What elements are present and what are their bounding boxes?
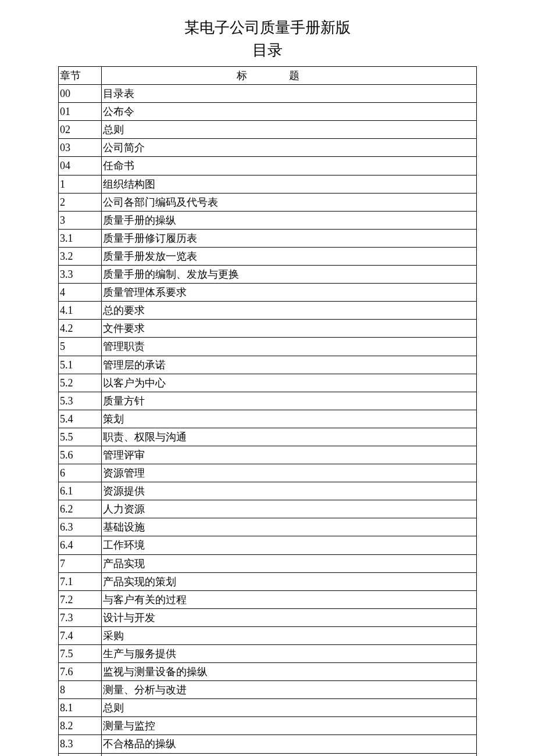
cell-chapter: 7.2 [59, 590, 102, 608]
cell-chapter: 7.3 [59, 608, 102, 626]
table-row: 2公司各部门编码及代号表 [59, 193, 477, 211]
cell-title: 公司简介 [102, 139, 477, 157]
cell-title: 测量与监控 [102, 717, 477, 735]
table-row: 5.2以客户为中心 [59, 374, 477, 392]
cell-title: 总则 [102, 121, 477, 139]
cell-title: 与客户有关的过程 [102, 590, 477, 608]
table-row: 4质量管理体系要求 [59, 284, 477, 302]
table-row: 8.4数据分析 [59, 753, 477, 756]
cell-chapter: 4.2 [59, 320, 102, 338]
cell-chapter: 8 [59, 681, 102, 699]
table-row: 7.2与客户有关的过程 [59, 590, 477, 608]
table-row: 5管理职责 [59, 338, 477, 356]
table-row: 5.3质量方针 [59, 392, 477, 410]
table-row: 8测量、分析与改进 [59, 681, 477, 699]
cell-chapter: 5.4 [59, 410, 102, 428]
table-row: 6.3基础设施 [59, 518, 477, 536]
cell-title: 公布令 [102, 103, 477, 121]
table-row: 6.2人力资源 [59, 500, 477, 518]
cell-chapter: 6 [59, 464, 102, 482]
table-row: 7产品实现 [59, 554, 477, 572]
cell-chapter: 02 [59, 121, 102, 139]
table-row: 1组织结构图 [59, 175, 477, 193]
cell-title: 总则 [102, 699, 477, 717]
cell-chapter: 6.2 [59, 500, 102, 518]
cell-chapter: 3.2 [59, 247, 102, 265]
table-row: 4.2文件要求 [59, 320, 477, 338]
table-header-row: 章节 标题 [59, 67, 477, 85]
cell-chapter: 5.2 [59, 374, 102, 392]
header-chapter: 章节 [59, 67, 102, 85]
table-row: 5.4策划 [59, 410, 477, 428]
cell-chapter: 3.3 [59, 266, 102, 284]
cell-chapter: 8.3 [59, 735, 102, 753]
cell-title: 资源提供 [102, 482, 477, 500]
cell-chapter: 1 [59, 175, 102, 193]
table-row: 6.4工作环境 [59, 536, 477, 554]
table-row: 5.1管理层的承诺 [59, 356, 477, 374]
cell-chapter: 00 [59, 85, 102, 103]
cell-chapter: 7.6 [59, 663, 102, 681]
cell-chapter: 4 [59, 284, 102, 302]
cell-chapter: 03 [59, 139, 102, 157]
cell-title: 测量、分析与改进 [102, 681, 477, 699]
cell-chapter: 6.4 [59, 536, 102, 554]
table-row: 8.3不合格品的操纵 [59, 735, 477, 753]
cell-chapter: 6.3 [59, 518, 102, 536]
table-row: 02总则 [59, 121, 477, 139]
cell-chapter: 7.5 [59, 645, 102, 663]
cell-chapter: 2 [59, 193, 102, 211]
cell-title: 产品实现的策划 [102, 572, 477, 590]
cell-title: 数据分析 [102, 753, 477, 756]
table-row: 6资源管理 [59, 464, 477, 482]
cell-title: 管理职责 [102, 338, 477, 356]
cell-chapter: 7 [59, 554, 102, 572]
cell-title: 管理层的承诺 [102, 356, 477, 374]
table-row: 5.6管理评审 [59, 446, 477, 464]
cell-title: 任命书 [102, 157, 477, 175]
cell-chapter: 3.1 [59, 229, 102, 247]
cell-chapter: 8.1 [59, 699, 102, 717]
table-row: 04任命书 [59, 157, 477, 175]
cell-title: 职责、权限与沟通 [102, 428, 477, 446]
cell-title: 目录表 [102, 85, 477, 103]
cell-title: 公司各部门编码及代号表 [102, 193, 477, 211]
cell-title: 组织结构图 [102, 175, 477, 193]
cell-chapter: 01 [59, 103, 102, 121]
cell-title: 质量手册发放一览表 [102, 247, 477, 265]
table-row: 03公司简介 [59, 139, 477, 157]
table-row: 3.1质量手册修订履历表 [59, 229, 477, 247]
table-row: 5.5职责、权限与沟通 [59, 428, 477, 446]
table-row: 7.6监视与测量设备的操纵 [59, 663, 477, 681]
cell-chapter: 7.1 [59, 572, 102, 590]
cell-title: 不合格品的操纵 [102, 735, 477, 753]
table-row: 3.2质量手册发放一览表 [59, 247, 477, 265]
document-sub-title: 目录 [58, 40, 477, 60]
table-row: 3.3质量手册的编制、发放与更换 [59, 266, 477, 284]
cell-chapter: 5 [59, 338, 102, 356]
table-row: 8.2测量与监控 [59, 717, 477, 735]
cell-title: 工作环境 [102, 536, 477, 554]
cell-title: 质量手册的操纵 [102, 211, 477, 229]
cell-title: 总的要求 [102, 302, 477, 320]
cell-title: 设计与开发 [102, 608, 477, 626]
header-title: 标题 [102, 67, 477, 85]
cell-chapter: 6.1 [59, 482, 102, 500]
table-row: 7.4采购 [59, 626, 477, 644]
cell-chapter: 5.1 [59, 356, 102, 374]
cell-title: 产品实现 [102, 554, 477, 572]
cell-title: 以客户为中心 [102, 374, 477, 392]
document-main-title: 某电子公司质量手册新版 [58, 17, 477, 38]
toc-table: 章节 标题 00目录表01公布令02总则03公司简介04任命书1组织结构图2公司… [58, 66, 477, 756]
cell-title: 生产与服务提供 [102, 645, 477, 663]
table-row: 3质量手册的操纵 [59, 211, 477, 229]
cell-title: 质量手册修订履历表 [102, 229, 477, 247]
cell-chapter: 04 [59, 157, 102, 175]
cell-title: 监视与测量设备的操纵 [102, 663, 477, 681]
table-row: 4.1总的要求 [59, 302, 477, 320]
cell-title: 人力资源 [102, 500, 477, 518]
cell-title: 基础设施 [102, 518, 477, 536]
table-row: 6.1资源提供 [59, 482, 477, 500]
cell-chapter: 5.3 [59, 392, 102, 410]
table-row: 7.5生产与服务提供 [59, 645, 477, 663]
